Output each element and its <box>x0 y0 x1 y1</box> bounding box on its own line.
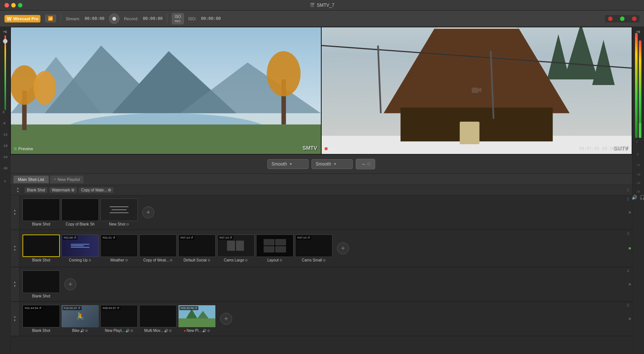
shot-item[interactable]: ≡01:21 ↺ Weather ⚙ <box>100 235 138 262</box>
vu-0-right: 0 <box>636 140 641 143</box>
fullscreen-button[interactable] <box>18 3 22 7</box>
expand-arrows[interactable]: » <box>4 179 6 183</box>
layer-5-down[interactable]: ▼ <box>13 319 16 322</box>
add-shot-btn-5[interactable]: + <box>220 313 232 325</box>
add-shot-btn-3[interactable]: + <box>337 242 349 254</box>
shot-gear-icon[interactable]: ⚙ <box>207 258 210 262</box>
layer-1-copy-gear[interactable]: ⚙ <box>108 188 111 192</box>
svg-marker-19 <box>434 27 519 28</box>
tab-bar: Main Shot List × New Playlist <box>10 174 632 185</box>
layer-4-up[interactable]: ▲ <box>13 281 16 284</box>
tab-close-icon[interactable]: × <box>54 177 56 181</box>
shot-thumb <box>22 270 60 293</box>
shot-gear-icon[interactable]: ⚙ <box>88 258 91 262</box>
cu-line-1 <box>71 244 89 245</box>
shot-label: New Playl... 🔊⚙ <box>105 329 133 333</box>
layer-2-number: 2 <box>627 197 629 201</box>
preview-area: SMTV Preview <box>10 27 632 154</box>
iso-button[interactable]: ISO REC <box>172 13 183 24</box>
shot-item[interactable]: ≡07:14 ↺ Default Social ⚙ <box>178 235 216 262</box>
shot-gear-icon[interactable]: ⚙ <box>245 258 248 262</box>
red-dot-indicator: ● <box>184 329 186 333</box>
add-shot-btn-4[interactable]: + <box>64 278 76 290</box>
layer-1-up[interactable]: ▲ <box>16 187 19 190</box>
layer-1-num: 1 <box>627 188 629 192</box>
layer-4-shots: Blank Shot + <box>19 267 632 301</box>
layer-1-item-label: Blank Shot <box>27 188 45 192</box>
shot-item[interactable]: Multi Mov... 🔊⚙ <box>139 305 177 333</box>
logo-text: Wirecast Pro <box>13 16 38 21</box>
smooth-select-1[interactable]: Smooth ▼ <box>267 159 309 169</box>
shot-gear-icon[interactable]: ⚙ <box>279 258 282 262</box>
vu-label-neg36: -36 <box>3 166 7 178</box>
shot-label: Copy of Weat... ⚙ <box>143 258 173 262</box>
shot-gear-icon[interactable]: ⚙ <box>170 258 173 262</box>
layer-1-down[interactable]: ▼ <box>16 190 19 193</box>
shot-gear-icon[interactable]: ⚙ <box>125 258 128 262</box>
shot-item[interactable]: ≡07:14 ↺ Cams Small ⚙ <box>295 235 332 262</box>
thumb-line-2 <box>112 209 127 210</box>
shot-label: ● New Pl... 🔊⚙ <box>184 329 210 333</box>
shot-item[interactable]: Copy of Blank Sh <box>61 199 99 226</box>
shot-item[interactable]: Blank Shot <box>22 235 60 262</box>
add-shot-btn-2[interactable]: + <box>142 206 154 218</box>
shot-item[interactable]: ≡09:54:37 ↺ New Playl... 🔊⚙ <box>100 305 138 333</box>
speaker-icon[interactable]: 🔊 <box>632 195 637 200</box>
svg-rect-31 <box>179 318 216 327</box>
live-settings-gear[interactable]: ⚙ <box>625 146 629 151</box>
tab-new-playlist[interactable]: × New Playlist <box>50 176 84 183</box>
layer-5-shots: ≡01:44:54 ↺ Blank Shot ≡16:00:47 ↺ 🚴 Bik… <box>19 302 632 336</box>
layer-4-down[interactable]: ▼ <box>13 285 16 288</box>
layer-1-watermark-gear[interactable]: ⚙ <box>71 188 75 192</box>
wifi-button[interactable]: 📶 <box>45 15 56 22</box>
go-button[interactable]: → <box>356 159 375 169</box>
layer-1-watermark[interactable]: Watermark ⚙ <box>49 187 77 193</box>
headphones-icon[interactable]: 🎧 <box>640 195 644 200</box>
shot-label: Cams Small ⚙ <box>302 258 326 262</box>
shot-item[interactable]: ≡01:44:54 ↺ Blank Shot <box>22 305 60 333</box>
shot-item[interactable]: Blank Shot <box>22 199 60 226</box>
shot-item[interactable]: Layout ⚙ <box>256 235 294 262</box>
shot-gear-icon[interactable]: ⚙ <box>126 223 129 226</box>
duration-badge: ≡09:40:58 ↺ <box>179 306 198 310</box>
duration-badge: ≡07:14 ↺ <box>179 236 194 240</box>
layer-1-blank-shot[interactable]: Blank Shot <box>25 187 47 193</box>
tab-main-shot-list[interactable]: Main Shot List <box>13 176 49 183</box>
layer-3-shots: Blank Shot ≡01:00 ↺ <box>19 230 632 267</box>
record-button[interactable] <box>109 13 119 24</box>
shot-item[interactable]: Blank Shot <box>22 270 60 298</box>
shot-label: Blank Shot <box>32 258 50 262</box>
minimize-button[interactable] <box>11 3 16 7</box>
center-content: SMTV Preview <box>10 27 632 354</box>
layer-3-down[interactable]: ▼ <box>13 249 16 252</box>
layer-1-copy-water[interactable]: Copy of Wate... ⚙ <box>79 187 114 193</box>
vu-neg12-right: -12 <box>636 163 641 167</box>
shot-gear-icon[interactable]: ⚙ <box>323 258 326 262</box>
shot-item[interactable]: ≡01:00 ↺ Coming Up ⚙ <box>61 235 99 262</box>
duration-badge: ≡01:21 ↺ <box>101 236 116 240</box>
cu-line-3 <box>71 247 89 248</box>
smooth-select-2[interactable]: Smooth ▼ <box>312 159 353 169</box>
shot-thumb: ≡01:44:54 ↺ <box>22 305 60 327</box>
layer-1-header: ▲ ▼ Blank Shot Watermark ⚙ Copy of Wate.… <box>10 185 632 196</box>
shot-item[interactable]: ≡16:00:47 ↺ 🚴 Bike 🔊⚙ <box>61 305 99 333</box>
shot-gear-icon[interactable]: ⚙ <box>207 329 210 333</box>
shot-item[interactable]: ≡07:14 ↺ Cams Large <box>217 235 255 262</box>
shot-item[interactable]: ≡09:40:58 ↺ ● New Pl <box>178 305 216 333</box>
shot-label: Blank Shot <box>32 329 50 333</box>
shot-item[interactable]: Copy of Weat... ⚙ <box>139 235 177 262</box>
layer-3-up[interactable]: ▲ <box>13 245 16 248</box>
shot-gear-icon[interactable]: ⚙ <box>169 329 172 333</box>
vu-meter-left: +6 0 -6 -12 -18 -24 -36 » <box>0 27 10 354</box>
shot-gear-icon[interactable]: ⚙ <box>85 329 88 333</box>
layer-2-controls: ▲ ▼ <box>10 196 19 229</box>
layer-2-up[interactable]: ▲ <box>13 209 16 212</box>
layer-5-up[interactable]: ▲ <box>13 315 16 318</box>
close-button[interactable] <box>4 3 9 7</box>
shot-gear-icon[interactable]: ⚙ <box>130 329 133 333</box>
shot-item[interactable]: New Shot ⚙ <box>100 199 138 226</box>
shot-thumb-lines <box>110 206 128 214</box>
svg-rect-29 <box>236 241 244 251</box>
layer-2-down[interactable]: ▼ <box>13 213 16 216</box>
layer-3: ▲ ▼ Blank Shot ≡01:00 ↺ <box>10 230 632 267</box>
